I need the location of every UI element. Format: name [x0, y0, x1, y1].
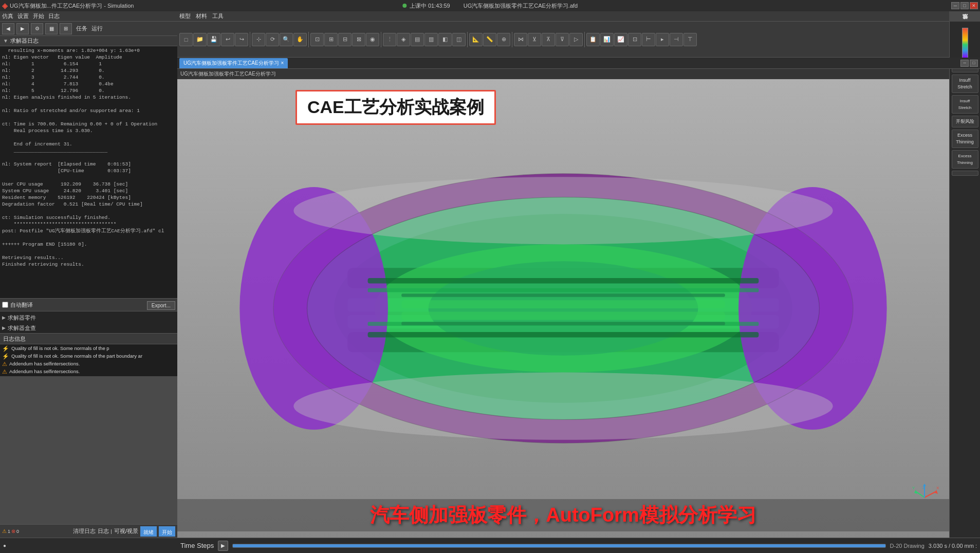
- viewport-max-btn[interactable]: □: [970, 60, 978, 67]
- menu-tools[interactable]: 工具: [212, 12, 224, 20]
- tb-open[interactable]: 📁: [193, 33, 207, 46]
- right-panel-safe[interactable]: 开裂风险: [952, 116, 978, 127]
- tb-zoom[interactable]: 🔍: [280, 33, 293, 46]
- ready-btn[interactable]: 就绪: [140, 526, 157, 537]
- viewport-bg: X Y Z: [177, 79, 949, 538]
- viewport-min-btn[interactable]: ─: [960, 60, 969, 67]
- tb-window1[interactable]: ⊡: [628, 33, 641, 46]
- right-panel-insuff[interactable]: InsuffStretch: [952, 95, 978, 114]
- menu-material[interactable]: 材料: [196, 12, 207, 20]
- tb-sim1[interactable]: ⋈: [514, 33, 527, 46]
- solver-line-9: [2, 101, 175, 107]
- svg-rect-18: [401, 322, 725, 325]
- toolbar-btn-2[interactable]: ▶: [16, 23, 29, 34]
- tb-pan[interactable]: ✋: [293, 33, 307, 46]
- svg-rect-11: [368, 278, 759, 283]
- log-item-4: ⚠ Addendum has selfintersections.: [2, 368, 175, 375]
- solver-line-8: nl: Eigen analysis finished in 5 iterati…: [2, 94, 175, 101]
- tb-anim1[interactable]: ▷: [569, 33, 583, 46]
- tb-view2[interactable]: ⊞: [324, 33, 338, 46]
- viewport-tab-label: UG汽车侧板加强板零件工艺CAE分析学习: [183, 60, 279, 67]
- tb-mesh[interactable]: ⋮: [383, 33, 396, 46]
- close-button[interactable]: ✕: [970, 2, 978, 9]
- warn-count: 1: [8, 529, 10, 534]
- clear-log-btn[interactable]: 清理日志: [73, 527, 96, 535]
- play-button[interactable]: ▶: [218, 541, 228, 551]
- tb-display3[interactable]: ▥: [424, 33, 438, 46]
- right-panel-crack[interactable]: [952, 171, 978, 176]
- toolbar-btn-4[interactable]: ▦: [45, 23, 58, 34]
- auto-export-checkbox[interactable]: [2, 302, 8, 308]
- status-dot: [402, 4, 406, 8]
- tb-more[interactable]: ▸: [656, 33, 669, 46]
- progress-bar-container[interactable]: [232, 544, 885, 548]
- tb-sep-6: [584, 32, 585, 47]
- tb-display2[interactable]: ▤: [411, 33, 424, 46]
- tb-view4[interactable]: ⊠: [352, 33, 365, 46]
- right-panel-excess[interactable]: ExcessThinning: [952, 150, 978, 169]
- tree-arrow-1: ▶: [2, 315, 6, 320]
- bottom-left-status-text: ●: [3, 543, 6, 548]
- menu-simulation[interactable]: 仿真: [2, 12, 13, 20]
- tree-item-solver-parts[interactable]: ▶ 求解器零件: [1, 312, 176, 323]
- toolbar-btn-1[interactable]: ◀: [2, 23, 14, 34]
- tb-save[interactable]: 💾: [207, 33, 220, 46]
- maximize-button[interactable]: □: [960, 2, 969, 9]
- error-count: 0: [16, 529, 19, 534]
- tb-right1[interactable]: ⊣: [670, 33, 683, 46]
- view-tab[interactable]: 可视/视景: [114, 527, 138, 535]
- tb-sim3[interactable]: ⊼: [542, 33, 555, 46]
- viewport-tab-active[interactable]: UG汽车侧板加强板零件工艺CAE分析学习 ×: [179, 58, 288, 68]
- tb-window2[interactable]: ⊢: [642, 33, 655, 46]
- tb-report3[interactable]: 📈: [614, 33, 627, 46]
- toolbar-btn-5[interactable]: ⊞: [60, 23, 72, 34]
- menu-log[interactable]: 日志: [48, 12, 60, 20]
- tree-item-label-1: 求解器零件: [8, 314, 36, 322]
- tb-undo[interactable]: ↩: [221, 33, 234, 46]
- tb-display4[interactable]: ◧: [438, 33, 452, 46]
- log-tab[interactable]: 日志: [98, 527, 109, 535]
- right-panel-crack-risk[interactable]: Excess Thinning: [952, 130, 978, 148]
- right-panel-compress[interactable]: Insuff Stretch: [952, 75, 978, 93]
- solver-expand-icon[interactable]: ▼: [3, 38, 8, 44]
- tb-sim4[interactable]: ⊽: [556, 33, 569, 46]
- tb-redo[interactable]: ↪: [235, 33, 248, 46]
- log-content: ⚡ Quality of fill is not ok. Some normal…: [0, 344, 177, 376]
- tb-sim2[interactable]: ⊻: [528, 33, 541, 46]
- play-icon: ▶: [221, 543, 225, 548]
- solver-content: resulting x-moments are: 1.82e+004 y: 1.…: [0, 46, 177, 298]
- tb-rotate[interactable]: ⟳: [266, 33, 279, 46]
- bottom-status-bar: Time Steps ▶ D-20 Drawing 3.030 s / 0.00…: [177, 538, 980, 553]
- minimize-button[interactable]: ─: [951, 2, 959, 9]
- solver-line-13: Real process time is 3.030.: [2, 127, 175, 134]
- tb-view1[interactable]: ⊡: [310, 33, 324, 46]
- menu-model[interactable]: 模型: [179, 12, 191, 20]
- overlay-title-text: CAE工艺分析实战案例: [307, 97, 484, 117]
- start-btn[interactable]: 开始: [159, 526, 175, 537]
- tb-new[interactable]: □: [179, 33, 193, 46]
- tb-report1[interactable]: 📋: [586, 33, 600, 46]
- toolbar-btn-3[interactable]: ⚙: [31, 23, 43, 34]
- tb-measure3[interactable]: ⊕: [497, 33, 510, 46]
- menu-start[interactable]: 开始: [33, 12, 44, 20]
- tb-display1[interactable]: ◈: [397, 33, 410, 46]
- ready-label: 就绪: [143, 529, 154, 535]
- solver-line-7: nl: 5 12.796 0.: [2, 87, 175, 94]
- solver-line-22: System CPU usage 24.820 3.401 [sec]: [2, 188, 175, 194]
- solver-line-2: nl: Eigen vector Eigen value Amplitude: [2, 54, 175, 61]
- export-button[interactable]: Export...: [147, 300, 175, 309]
- tab-close-icon[interactable]: ×: [281, 60, 284, 66]
- svg-rect-12: [368, 288, 759, 292]
- solver-line-6: nl: 4 7.813 0.4be: [2, 81, 175, 87]
- tb-report2[interactable]: 📊: [600, 33, 614, 46]
- tree-item-solver-check[interactable]: ▶ 求解器盒查: [1, 323, 176, 333]
- drawing-label: D-20 Drawing: [890, 543, 924, 549]
- tb-measure1[interactable]: 📐: [469, 33, 483, 46]
- tb-select[interactable]: ⊹: [252, 33, 265, 46]
- tb-display5[interactable]: ◫: [452, 33, 466, 46]
- menu-settings[interactable]: 设置: [17, 12, 29, 20]
- tb-measure2[interactable]: 📏: [483, 33, 496, 46]
- tb-view3[interactable]: ⊟: [338, 33, 352, 46]
- tb-right2[interactable]: ⊤: [683, 33, 697, 46]
- tb-view5[interactable]: ◉: [366, 33, 379, 46]
